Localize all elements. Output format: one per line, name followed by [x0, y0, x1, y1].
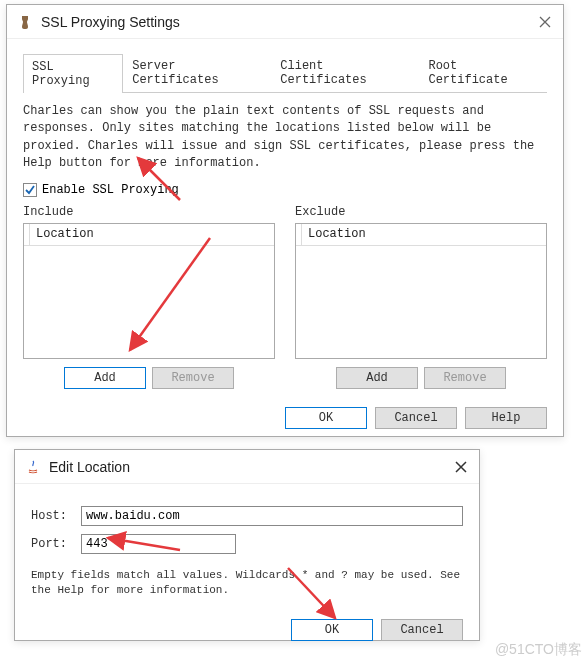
edit-ok-button[interactable]: OK — [291, 619, 373, 641]
exclude-header-label: Location — [302, 227, 372, 241]
enable-ssl-label: Enable SSL Proxying — [42, 183, 179, 197]
description-text: Charles can show you the plain text cont… — [23, 103, 547, 173]
java-icon — [25, 459, 41, 475]
tab-ssl-proxying[interactable]: SSL Proxying — [23, 54, 123, 93]
port-label: Port: — [31, 537, 73, 551]
exclude-list-header: Location — [296, 224, 546, 246]
edit-hint-text: Empty fields match all values. Wildcards… — [31, 568, 463, 599]
enable-ssl-checkbox[interactable] — [23, 183, 37, 197]
edit-body: Host: Port: Empty fields match all value… — [15, 484, 479, 655]
close-icon[interactable] — [537, 14, 553, 30]
include-list-header: Location — [24, 224, 274, 246]
app-icon — [17, 14, 33, 30]
ok-button[interactable]: OK — [285, 407, 367, 429]
help-button[interactable]: Help — [465, 407, 547, 429]
tab-server-certificates[interactable]: Server Certificates — [123, 53, 271, 92]
titlebar: SSL Proxying Settings — [7, 5, 563, 39]
include-remove-button[interactable]: Remove — [152, 367, 234, 389]
include-header-label: Location — [30, 227, 100, 241]
exclude-title: Exclude — [295, 205, 547, 219]
edit-dialog-title: Edit Location — [49, 459, 453, 475]
include-add-button[interactable]: Add — [64, 367, 146, 389]
edit-cancel-button[interactable]: Cancel — [381, 619, 463, 641]
ssl-proxying-dialog: SSL Proxying Settings SSL Proxying Serve… — [6, 4, 564, 437]
cancel-button[interactable]: Cancel — [375, 407, 457, 429]
edit-titlebar: Edit Location — [15, 450, 479, 484]
tab-bar: SSL Proxying Server Certificates Client … — [23, 53, 547, 93]
dialog-body: SSL Proxying Server Certificates Client … — [7, 39, 563, 443]
host-input[interactable] — [81, 506, 463, 526]
include-title: Include — [23, 205, 275, 219]
exclude-remove-button[interactable]: Remove — [424, 367, 506, 389]
enable-ssl-row: Enable SSL Proxying — [23, 183, 547, 197]
include-section: Include Location Add Remove — [23, 205, 275, 389]
tab-root-certificate[interactable]: Root Certificate — [419, 53, 547, 92]
exclude-listbox[interactable]: Location — [295, 223, 547, 359]
port-input[interactable] — [81, 534, 236, 554]
dialog-title: SSL Proxying Settings — [41, 14, 537, 30]
watermark-text: @51CTO博客 — [495, 641, 582, 659]
include-listbox[interactable]: Location — [23, 223, 275, 359]
tab-client-certificates[interactable]: Client Certificates — [271, 53, 419, 92]
exclude-add-button[interactable]: Add — [336, 367, 418, 389]
exclude-section: Exclude Location Add Remove — [295, 205, 547, 389]
host-label: Host: — [31, 509, 73, 523]
edit-location-dialog: Edit Location Host: Port: Empty fields m… — [14, 449, 480, 641]
edit-close-icon[interactable] — [453, 459, 469, 475]
